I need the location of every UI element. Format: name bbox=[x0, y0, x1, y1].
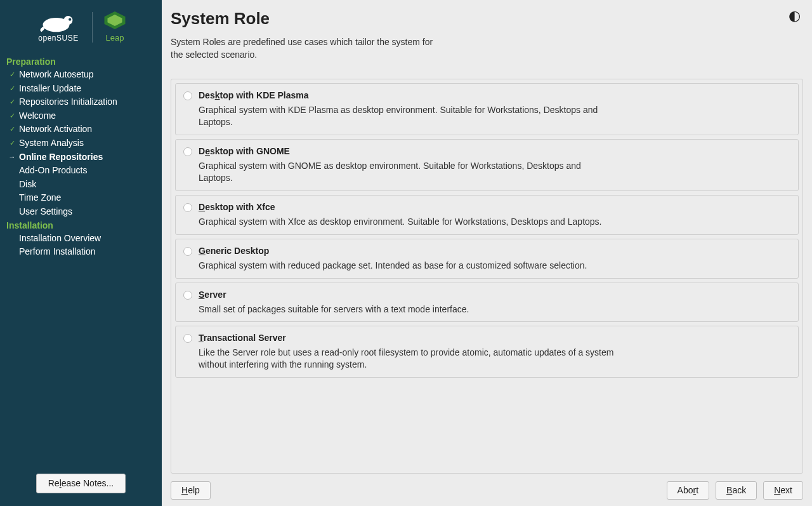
role-option[interactable]: Desktop with XfceGraphical system with X… bbox=[175, 195, 799, 235]
nav-step-label: Network Autosetup bbox=[19, 69, 94, 81]
nav-step-label: Perform Installation bbox=[19, 246, 96, 258]
nav-step-label: Network Activation bbox=[19, 123, 92, 136]
nav-step: Installation Overview bbox=[5, 232, 157, 246]
nav-step-label: Disk bbox=[19, 178, 36, 191]
check-icon: ✓ bbox=[8, 139, 16, 148]
help-button[interactable]: Help bbox=[171, 481, 211, 500]
nav-step: ✓Installer Update bbox=[5, 82, 157, 96]
role-option[interactable]: ServerSmall set of packages suitable for… bbox=[175, 283, 799, 323]
nav-step: →Online Repositories bbox=[5, 150, 157, 164]
nav-section-heading: Preparation bbox=[5, 55, 157, 68]
check-icon: ✓ bbox=[8, 98, 16, 107]
nav-step: ✓Repositories Initialization bbox=[5, 95, 157, 109]
nav-step-label: Installation Overview bbox=[19, 232, 101, 245]
page-subtitle: System Roles are predefined use cases wh… bbox=[171, 36, 437, 61]
nav-step: ✓System Analysis bbox=[5, 136, 157, 150]
nav-step-label: Welcome bbox=[19, 110, 56, 123]
leap-label: Leap bbox=[106, 33, 124, 43]
role-description: Graphical system with GNOME as desktop e… bbox=[199, 160, 617, 184]
role-title: Generic Desktop bbox=[199, 246, 790, 256]
nav-step: Disk bbox=[5, 178, 157, 192]
chameleon-icon bbox=[36, 12, 81, 35]
back-button[interactable]: Back bbox=[716, 481, 757, 500]
nav-step: Add-On Products bbox=[5, 164, 157, 178]
role-title: Server bbox=[199, 290, 790, 300]
role-option[interactable]: Desktop with GNOMEGraphical system with … bbox=[175, 139, 799, 191]
role-description: Graphical system with reduced package se… bbox=[199, 260, 617, 272]
svg-point-1 bbox=[63, 16, 72, 25]
leap-icon bbox=[104, 11, 126, 29]
abort-button[interactable]: Abort bbox=[667, 481, 709, 500]
role-radio[interactable] bbox=[183, 203, 192, 212]
role-option[interactable]: Desktop with KDE PlasmaGraphical system … bbox=[175, 83, 799, 135]
nav-step: Time Zone bbox=[5, 191, 157, 205]
release-notes-button[interactable]: Release Notes... bbox=[36, 474, 126, 493]
role-description: Graphical system with KDE Plasma as desk… bbox=[199, 104, 617, 128]
opensuse-logo: openSUSE bbox=[36, 12, 81, 43]
nav-step-label: Time Zone bbox=[19, 192, 61, 204]
nav-step-label: Repositories Initialization bbox=[19, 96, 117, 109]
role-option[interactable]: Transactional ServerLike the Server role… bbox=[175, 326, 799, 378]
role-title: Desktop with Xfce bbox=[199, 202, 790, 212]
nav-step-label: Installer Update bbox=[19, 83, 81, 95]
role-radio[interactable] bbox=[183, 247, 192, 256]
sidebar: openSUSE Leap Preparation✓Network Autose… bbox=[0, 0, 162, 506]
role-radio[interactable] bbox=[183, 291, 192, 300]
wizard-footer: Help Abort Back Next bbox=[171, 474, 803, 500]
check-icon: ✓ bbox=[8, 70, 16, 79]
svg-point-2 bbox=[69, 18, 71, 20]
installer-steps: Preparation✓Network Autosetup✓Installer … bbox=[0, 55, 162, 259]
nav-step: ✓Network Autosetup bbox=[5, 68, 157, 82]
nav-step: ✓Network Activation bbox=[5, 123, 157, 136]
nav-step: User Settings bbox=[5, 205, 157, 219]
leap-logo: Leap bbox=[104, 11, 126, 43]
role-description: Like the Server role but uses a read-onl… bbox=[199, 347, 617, 371]
system-roles-list: Desktop with KDE PlasmaGraphical system … bbox=[171, 79, 803, 474]
role-description: Small set of packages suitable for serve… bbox=[199, 303, 617, 316]
nav-step-label: Add-On Products bbox=[19, 164, 87, 177]
nav-step-label: Online Repositories bbox=[19, 151, 103, 164]
role-title: Desktop with GNOME bbox=[199, 146, 790, 156]
role-description: Graphical system with Xfce as desktop en… bbox=[199, 216, 617, 228]
next-button[interactable]: Next bbox=[763, 481, 803, 500]
check-icon: ✓ bbox=[8, 84, 16, 93]
branding: openSUSE Leap bbox=[0, 6, 162, 55]
check-icon: ✓ bbox=[8, 112, 16, 121]
nav-step-label: User Settings bbox=[19, 206, 72, 218]
role-radio[interactable] bbox=[183, 147, 192, 156]
role-option[interactable]: Generic DesktopGraphical system with red… bbox=[175, 239, 799, 279]
role-title: Desktop with KDE Plasma bbox=[199, 90, 790, 100]
opensuse-label: openSUSE bbox=[38, 34, 78, 43]
nav-step: ✓Welcome bbox=[5, 109, 157, 123]
nav-step-label: System Analysis bbox=[19, 137, 84, 150]
check-icon: ✓ bbox=[8, 125, 16, 134]
theme-toggle-icon[interactable]: ◐ bbox=[786, 9, 803, 23]
role-radio[interactable] bbox=[183, 91, 192, 100]
role-title: Transactional Server bbox=[199, 333, 790, 343]
arrow-right-icon: → bbox=[8, 152, 16, 161]
page-title: System Role bbox=[171, 9, 270, 29]
divider bbox=[92, 12, 93, 43]
nav-section-heading: Installation bbox=[5, 219, 157, 232]
nav-step: Perform Installation bbox=[5, 245, 157, 259]
main-content: System Role ◐ System Roles are predefine… bbox=[162, 0, 812, 506]
role-radio[interactable] bbox=[183, 334, 192, 343]
